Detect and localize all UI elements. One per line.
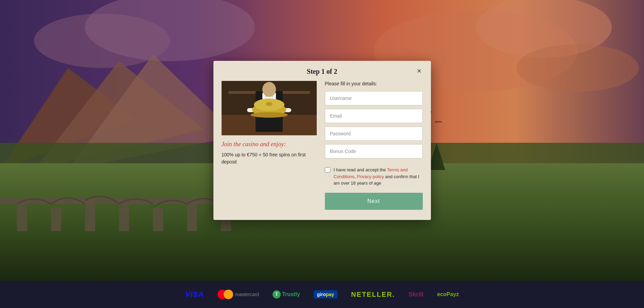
- terms-label: I have read and accept the Terms and Con…: [334, 167, 423, 187]
- svg-point-35: [262, 82, 276, 97]
- registration-modal: Step 1 of 2 ×: [213, 61, 431, 220]
- promo-title: Join the casino and enjoy:: [222, 141, 317, 148]
- modal-left-panel: Join the casino and enjoy: 100% up to €7…: [222, 81, 317, 210]
- privacy-link[interactable]: Privacy policy: [357, 174, 384, 179]
- butler-image: [222, 81, 317, 135]
- modal-header: Step 1 of 2 ×: [213, 61, 431, 81]
- svg-point-41: [250, 112, 288, 118]
- email-input[interactable]: [325, 109, 423, 123]
- form-subtitle: Please fill in your details:: [325, 81, 423, 86]
- modal-overlay: Step 1 of 2 ×: [0, 0, 644, 308]
- bonus-code-input[interactable]: [325, 144, 423, 158]
- modal-body: Join the casino and enjoy: 100% up to €7…: [213, 81, 431, 220]
- terms-checkbox[interactable]: [325, 167, 330, 173]
- terms-row: I have read and accept the Terms and Con…: [325, 167, 423, 187]
- close-button[interactable]: ×: [415, 66, 424, 76]
- modal-form: Please fill in your details: I have read…: [325, 81, 423, 210]
- promo-text: 100% up to €750 + 50 free spins on first…: [222, 151, 317, 166]
- password-input[interactable]: [325, 126, 423, 141]
- next-button[interactable]: Next: [325, 193, 423, 210]
- modal-title: Step 1 of 2: [307, 68, 337, 75]
- username-input[interactable]: [325, 91, 423, 105]
- svg-point-40: [266, 102, 273, 106]
